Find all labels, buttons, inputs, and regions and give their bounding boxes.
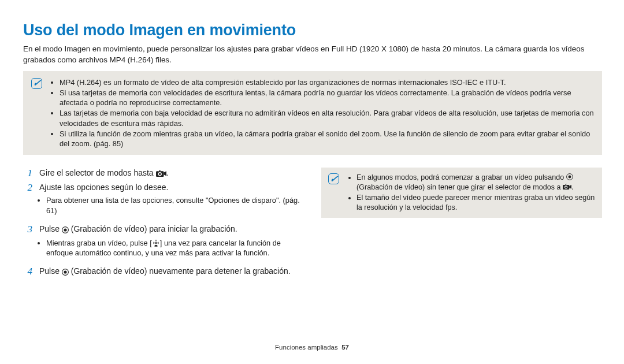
side-note-a-mid: (Grabación de vídeo) sin tener que girar… <box>356 183 563 191</box>
side-note-a-pre: En algunos modos, podrá comenzar a graba… <box>356 173 566 181</box>
page-footer: Funciones ampliadas 57 <box>0 343 624 352</box>
note-icon: ✓ <box>31 78 42 89</box>
manual-page: Uso del modo Imagen en movimiento En el … <box>0 0 624 364</box>
svg-point-7 <box>64 271 66 274</box>
footer-page-number: 57 <box>341 344 349 351</box>
step-text-pre: Gire el selector de modos hasta <box>39 168 156 177</box>
note-item: Si usa tarjetas de memoria con velocidad… <box>60 88 594 108</box>
svg-rect-4 <box>155 239 156 241</box>
step-text-pre: Pulse <box>39 224 62 233</box>
step-text-mid: (Grabación de vídeo) para iniciar la gra… <box>69 224 237 233</box>
step-bullet: Para obtener una lista de las opciones, … <box>46 195 300 216</box>
note-item: Si utiliza la función de zoom mientras g… <box>60 129 594 149</box>
step-text: Pulse (Grabación de vídeo) para iniciar … <box>39 224 300 236</box>
step-body: Pulse (Grabación de vídeo) nuevamente pa… <box>39 266 300 278</box>
note-box-side: ✓ En algunos modos, podrá comenzar a gra… <box>321 168 602 218</box>
video-mode-icon <box>156 169 166 180</box>
step-1: 1 Gire el selector de modos hasta . <box>23 168 300 180</box>
step-text-pre: Pulse <box>39 266 62 276</box>
svg-point-5 <box>155 242 157 244</box>
step-3: 3 Pulse (Grabación de vídeo) para inicia… <box>23 224 300 263</box>
step-number: 1 <box>23 168 32 180</box>
page-title: Uso del modo Imagen en movimiento <box>23 20 602 40</box>
svg-point-3 <box>64 228 66 231</box>
side-note-item: En algunos modos, podrá comenzar a graba… <box>356 173 595 192</box>
svg-point-1 <box>158 173 161 176</box>
step-body: Pulse (Grabación de vídeo) para iniciar … <box>39 224 300 263</box>
step-body: Gire el selector de modos hasta . <box>39 168 300 180</box>
step-number: 2 <box>23 182 32 221</box>
step-sub-bullets: Para obtener una lista de las opciones, … <box>39 195 300 216</box>
side-note-a-post: . <box>571 183 574 191</box>
footer-section: Funciones ampliadas <box>275 344 338 351</box>
step-text: Ajuste las opciones según lo desee. <box>39 182 300 193</box>
note-icon: ✓ <box>328 173 339 184</box>
step-number: 3 <box>23 224 32 263</box>
step-sub-bullets: Mientras graba un vídeo, pulse [] una ve… <box>39 238 300 258</box>
side-note-item: El tamaño del vídeo puede parecer menor … <box>356 193 595 213</box>
step-text-post: . <box>166 168 169 177</box>
two-column-layout: 1 Gire el selector de modos hasta . 2 Aj… <box>23 168 602 280</box>
step-body: Ajuste las opciones según lo desee. Para… <box>39 182 300 221</box>
record-button-icon <box>62 225 69 236</box>
af-button-icon <box>152 238 160 248</box>
record-button-icon <box>566 173 573 183</box>
step-2: 2 Ajuste las opciones según lo desee. Pa… <box>23 182 300 221</box>
step-text: Gire el selector de modos hasta . <box>39 168 300 180</box>
step-number: 4 <box>23 266 32 278</box>
step-bullet: Mientras graba un vídeo, pulse [] una ve… <box>46 238 300 258</box>
step-text: Pulse (Grabación de vídeo) nuevamente pa… <box>39 266 300 278</box>
steps-column: 1 Gire el selector de modos hasta . 2 Aj… <box>23 168 300 280</box>
note-item: MP4 (H.264) es un formato de vídeo de al… <box>60 77 594 87</box>
intro-paragraph: En el modo Imagen en movimiento, puede p… <box>23 44 602 65</box>
video-mode-icon <box>563 183 571 192</box>
side-note-list: En algunos modos, podrá comenzar a graba… <box>347 172 595 213</box>
step-text-mid: (Grabación de vídeo) nuevamente para det… <box>69 266 291 276</box>
note-item: Las tarjetas de memoria con baja velocid… <box>60 108 594 128</box>
svg-point-11 <box>565 187 567 188</box>
record-button-icon <box>62 267 69 278</box>
note-box-main: ✓ MP4 (H.264) es un formato de vídeo de … <box>23 71 602 155</box>
bullet-pre: Mientras graba un vídeo, pulse [ <box>46 239 152 247</box>
step-4: 4 Pulse (Grabación de vídeo) nuevamente … <box>23 266 300 278</box>
note-icon-col: ✓ <box>31 77 42 150</box>
side-note-column: ✓ En algunos modos, podrá comenzar a gra… <box>321 168 602 280</box>
svg-point-9 <box>568 176 571 179</box>
note-icon-col: ✓ <box>328 172 339 213</box>
note-list: MP4 (H.264) es un formato de vídeo de al… <box>50 77 594 150</box>
